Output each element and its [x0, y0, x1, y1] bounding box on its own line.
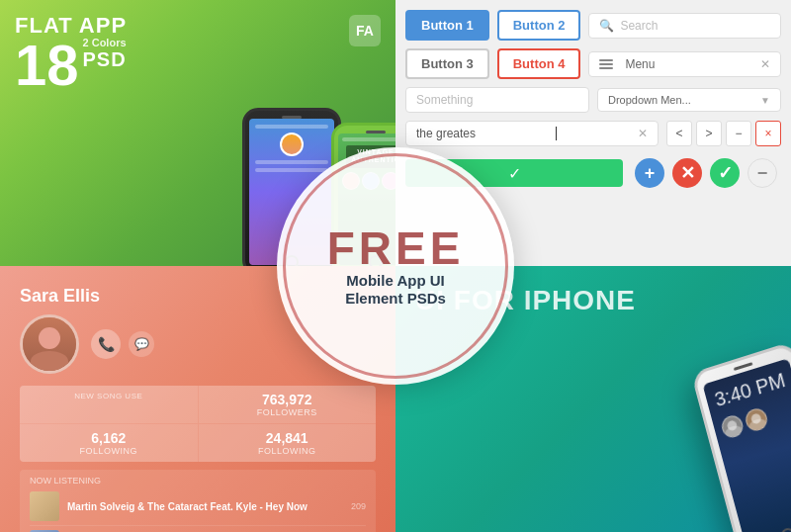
add-button[interactable]: + [635, 158, 664, 188]
iphone-body: 3:40 PM [691, 341, 791, 532]
button-4[interactable]: Button 4 [497, 48, 581, 79]
psd-label: PSD [83, 48, 127, 71]
menu-line-2 [599, 63, 613, 65]
text-input-field[interactable]: the greates ✕ [405, 121, 659, 146]
music-section: Now Listening Martin Solveig & The Catar… [20, 470, 376, 532]
search-placeholder: Search [620, 19, 658, 33]
stat-number-6162: 6,162 [30, 430, 188, 446]
search-icon: 🔍 [599, 19, 614, 33]
music-song-1: Martin Solveig & The Cataract Feat. Kyle… [67, 501, 343, 512]
music-row-2: Martin Solveig & The Cataract Feat. Kyle… [30, 526, 366, 532]
stat-cell-1: NEW SONG USE [20, 386, 198, 423]
remove-button[interactable]: ✕ [672, 158, 702, 188]
music-num-1: 209 [351, 501, 366, 511]
button-3[interactable]: Button 3 [405, 48, 489, 79]
stat-label-followers: FOLLOWERS [209, 407, 367, 417]
dropdown-menu[interactable]: Dropdown Men... ▼ [597, 88, 781, 112]
button-2[interactable]: Button 2 [497, 10, 581, 41]
friends-bar [342, 137, 396, 141]
menu-line-3 [599, 67, 613, 69]
free-label: FREE [327, 225, 465, 271]
iphone-3d-mockup: 3:40 PM [712, 354, 791, 532]
stat-cell-3: 6,162 FOLLOWING [20, 424, 198, 462]
stat-label-following-2: FOLLOWING [209, 446, 367, 456]
menu-line-1 [599, 59, 613, 61]
cursor [556, 127, 557, 140]
music-section-label: Now Listening [30, 476, 366, 486]
colors-psd-block: 2 Colors PSD [83, 37, 127, 77]
stat-label-following: FOLLOWING [30, 446, 188, 456]
chevron-down-icon: ▼ [760, 95, 770, 106]
input-placeholder: Something [416, 93, 473, 107]
stat-label-1: NEW SONG USE [30, 392, 188, 400]
mobile-app-subtitle-2: Element PSDs [327, 290, 465, 307]
stats-grid: NEW SONG USE 763,972 FOLLOWERS 6,162 FOL… [20, 386, 376, 462]
flat-app-subtitle: 18 2 Colors PSD [15, 37, 127, 94]
text-input-value: the greates [416, 127, 476, 140]
nav-next-button[interactable]: > [696, 121, 722, 146]
button-row-1: Button 1 Button 2 🔍 Search [405, 10, 781, 41]
close-x-icon[interactable]: ✕ [760, 57, 770, 71]
circle-inner-content: FREE Mobile App UI Element PSDs [308, 206, 484, 327]
lock-screen-content: 3:40 PM [703, 358, 791, 449]
avatar-photo [23, 317, 76, 371]
center-circle-overlay: FREE Mobile App UI Element PSDs [277, 147, 514, 385]
outer-circle: FREE Mobile App UI Element PSDs [277, 147, 514, 385]
menu-icon [599, 59, 613, 69]
nav-close-button[interactable]: × [755, 121, 781, 146]
button-1[interactable]: Button 1 [405, 10, 489, 41]
flat-app-text-block: FLAT APP 18 2 Colors PSD [15, 15, 127, 94]
search-field[interactable]: 🔍 Search [588, 13, 781, 39]
colors-label: 2 Colors [83, 37, 127, 48]
iphone-screen: 3:40 PM [703, 358, 791, 532]
lock-avatar-1 [720, 413, 746, 440]
music-info-1: Martin Solveig & The Cataract Feat. Kyle… [67, 501, 343, 512]
text-input-row: the greates ✕ < > − × [405, 121, 781, 146]
minus-button[interactable]: − [747, 158, 777, 188]
button-row-2: Button 3 Button 4 Menu ✕ [405, 48, 781, 79]
nav-minus-button[interactable]: − [726, 121, 751, 146]
something-input[interactable]: Something [405, 87, 589, 113]
call-button[interactable]: 📞 [91, 329, 121, 359]
nav-controls: < > − × [666, 121, 781, 146]
input-clear-icon[interactable]: ✕ [638, 127, 648, 140]
menu-label: Menu [625, 57, 754, 71]
circle-controls: + ✕ ✓ − [631, 154, 781, 192]
music-row-1: Martin Solveig & The Cataract Feat. Kyle… [30, 488, 366, 526]
avatar [20, 314, 79, 374]
music-thumb-1 [30, 491, 59, 521]
screen-bar-1 [255, 125, 328, 129]
stat-number-24841: 24,841 [209, 430, 367, 446]
menu-control[interactable]: Menu ✕ [588, 51, 781, 77]
stat-number-followers: 763,972 [209, 392, 367, 407]
ok-button[interactable]: ✓ [710, 158, 740, 188]
dropdown-label: Dropdown Men... [608, 94, 691, 106]
main-container: FLAT APP 18 2 Colors PSD FA [0, 0, 791, 532]
mobile-app-subtitle-1: Mobile App UI [327, 271, 465, 291]
chat-button[interactable]: 💬 [129, 331, 154, 357]
nav-prev-button[interactable]: < [666, 121, 692, 146]
lock-avatar-2 [744, 406, 770, 433]
input-row: Something Dropdown Men... ▼ [405, 87, 781, 113]
fa-badge: FA [349, 15, 381, 46]
stat-cell-4: 24,841 FOLLOWING [199, 424, 377, 462]
stat-cell-2: 763,972 FOLLOWERS [199, 386, 377, 423]
number-18: 18 [15, 37, 79, 94]
